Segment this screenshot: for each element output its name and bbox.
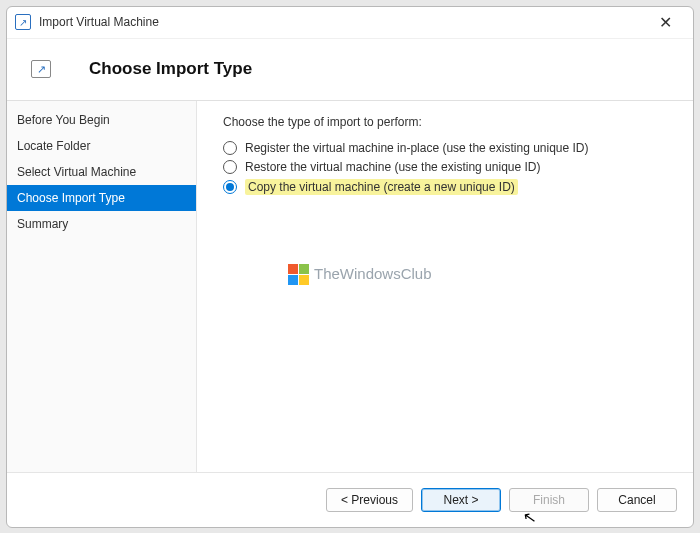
instruction-text: Choose the type of import to perform: — [223, 115, 673, 129]
titlebar: ↗ Import Virtual Machine ✕ — [7, 7, 693, 39]
cancel-button[interactable]: Cancel — [597, 488, 677, 512]
option-restore[interactable]: Restore the virtual machine (use the exi… — [223, 158, 673, 177]
previous-button[interactable]: < Previous — [326, 488, 413, 512]
page-title: Choose Import Type — [89, 59, 252, 79]
wizard-header: ↗ Choose Import Type — [7, 39, 693, 101]
radio-label: Copy the virtual machine (create a new u… — [245, 179, 518, 195]
radio-label: Restore the virtual machine (use the exi… — [245, 160, 540, 174]
wizard-window: ↗ Import Virtual Machine ✕ ↗ Choose Impo… — [6, 6, 694, 528]
radio-icon — [223, 141, 237, 155]
step-before-you-begin[interactable]: Before You Begin — [7, 107, 196, 133]
wizard-content: Choose the type of import to perform: Re… — [197, 101, 693, 472]
radio-icon — [223, 160, 237, 174]
watermark: TheWindowsClub — [287, 263, 432, 284]
option-copy[interactable]: Copy the virtual machine (create a new u… — [223, 177, 673, 198]
import-icon: ↗ — [31, 60, 51, 78]
close-button[interactable]: ✕ — [645, 8, 685, 36]
window-title: Import Virtual Machine — [39, 15, 645, 29]
app-icon: ↗ — [15, 14, 31, 30]
finish-button: Finish — [509, 488, 589, 512]
step-summary[interactable]: Summary — [7, 211, 196, 237]
option-register-in-place[interactable]: Register the virtual machine in-place (u… — [223, 139, 673, 158]
radio-icon — [223, 180, 237, 194]
watermark-text: TheWindowsClub — [314, 265, 432, 282]
watermark-logo-icon — [287, 263, 308, 284]
next-button[interactable]: Next > — [421, 488, 501, 512]
step-choose-import-type[interactable]: Choose Import Type — [7, 185, 196, 211]
wizard-body: Before You Begin Locate Folder Select Vi… — [7, 101, 693, 473]
wizard-steps-sidebar: Before You Begin Locate Folder Select Vi… — [7, 101, 197, 472]
step-locate-folder[interactable]: Locate Folder — [7, 133, 196, 159]
radio-label: Register the virtual machine in-place (u… — [245, 141, 589, 155]
step-select-virtual-machine[interactable]: Select Virtual Machine — [7, 159, 196, 185]
close-icon: ✕ — [659, 13, 672, 32]
wizard-footer: < Previous Next > Finish Cancel ↖ — [7, 473, 693, 527]
